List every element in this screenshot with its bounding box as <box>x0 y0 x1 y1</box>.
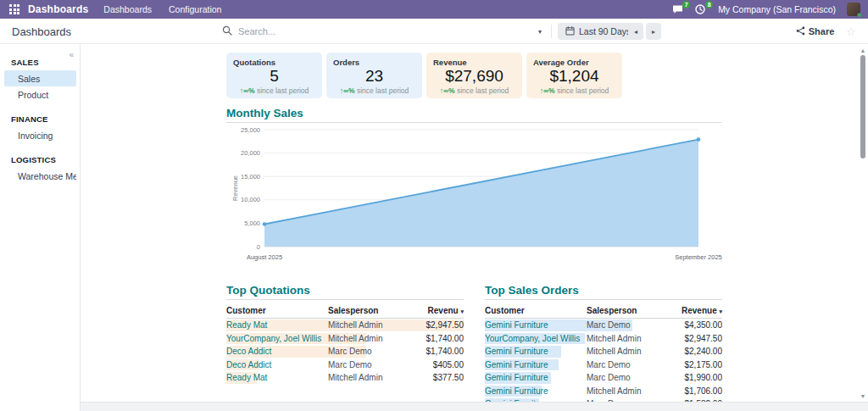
next-period-button[interactable]: ▸ <box>646 23 661 40</box>
table-row[interactable]: Gemini FurnitureMarc Demo$2,175.00 <box>485 358 722 372</box>
kpi-card-revenue: Revenue$27,690↑∞% since last period <box>426 53 522 98</box>
sidebar-section: FINANCEInvoicing <box>0 114 80 143</box>
table-header-row: CustomerSalespersonRevenue ▾ <box>485 303 722 319</box>
customer-link[interactable]: YourCompany, Joel Willis <box>485 334 587 343</box>
sort-descending-icon: ▾ <box>460 308 464 314</box>
date-filter-label: Last 90 Days <box>579 26 631 36</box>
table-row[interactable]: YourCompany, Joel WillisMitchell Admin$2… <box>485 332 722 346</box>
kpi-trend-line: ↑∞% since last period <box>533 86 615 95</box>
column-header-salesperson[interactable]: Salesperson <box>587 306 661 315</box>
customer-link[interactable]: Deco Addict <box>226 360 328 369</box>
navbar-menu: DashboardsConfiguration <box>102 3 223 16</box>
customer-link[interactable]: YourCompany, Joel Willis <box>226 334 328 343</box>
column-header-customer[interactable]: Customer <box>485 306 587 315</box>
table-top-quotations: Top QuotationsCustomerSalespersonRevenu … <box>226 284 464 411</box>
customer-link[interactable]: Ready Mat <box>226 320 328 330</box>
search-icon <box>222 24 232 39</box>
x-axis-tick: September 2025 <box>675 253 721 261</box>
revenue-amount: $1,706.00 <box>661 386 722 396</box>
customer-link[interactable]: Gemini Furniture <box>485 373 587 382</box>
column-header-customer[interactable]: Customer <box>226 306 328 315</box>
revenue-amount: $2,175.00 <box>661 360 722 369</box>
salesperson-name: Marc Demo <box>587 373 661 382</box>
revenue-amount: $4,350.00 <box>661 320 722 330</box>
table-row[interactable]: YourCompany, Joel WillisMitchell Admin$1… <box>226 332 464 346</box>
y-axis-label: Revenue <box>231 175 239 201</box>
vertical-scrollbar[interactable]: ▲ ▼ <box>858 46 868 400</box>
app-name[interactable]: Dashboards <box>28 3 88 15</box>
kpi-card-average-order: Average Order$1,204↑∞% since last period <box>526 53 622 98</box>
svg-text:25,000: 25,000 <box>241 126 260 134</box>
revenue-amount: $2,947.50 <box>403 320 464 330</box>
share-button[interactable]: Share <box>796 26 835 37</box>
divider <box>551 25 552 38</box>
company-switcher[interactable]: My Company (San Francisco) <box>718 4 836 14</box>
table-row[interactable]: Gemini FurnitureMitchell Admin$2,240.00 <box>485 345 722 358</box>
salesperson-name: Mitchell Admin <box>587 334 661 343</box>
customer-link[interactable]: Ready Mat <box>226 373 328 382</box>
kpi-value: $27,690 <box>433 67 515 86</box>
breadcrumb[interactable]: Dashboards <box>12 19 71 44</box>
sidebar-item-sales[interactable]: Sales <box>4 70 76 86</box>
column-header-revenue-sorted[interactable]: Revenue ▾ <box>661 306 722 315</box>
kpi-card-quotations: Quotations5↑∞% since last period <box>226 53 322 98</box>
search-bar: ▾ <box>219 21 548 42</box>
salesperson-name: Marc Demo <box>587 320 661 330</box>
customer-link[interactable]: Gemini Furniture <box>485 386 587 396</box>
table-row[interactable]: Deco AddictMarc Demo$405.00 <box>226 358 464 372</box>
revenue-amount: $2,947.50 <box>661 334 722 343</box>
customer-link[interactable]: Gemini Furniture <box>485 320 587 330</box>
sidebar-item-warehouse-metrics[interactable]: Warehouse Metrics <box>4 168 76 184</box>
favorite-star-icon[interactable]: ☆ <box>846 26 856 37</box>
svg-text:15,000: 15,000 <box>241 173 260 181</box>
kpi-value: 5 <box>233 67 315 86</box>
scrollbar-thumb[interactable] <box>860 55 865 158</box>
revenue-amount: $1,990.00 <box>661 373 722 382</box>
customer-link[interactable]: Gemini Furniture <box>485 347 587 356</box>
trend-up-icon: ↑∞% <box>340 86 355 95</box>
sidebar-item-invoicing[interactable]: Invoicing <box>4 127 76 143</box>
revenue-amount: $2,240.00 <box>661 347 722 356</box>
search-input[interactable] <box>238 26 530 36</box>
revenue-amount: $1,740.00 <box>403 334 464 343</box>
navbar-menu-item-dashboards[interactable]: Dashboards <box>102 3 153 16</box>
column-header-revenue-sorted[interactable]: Revenu ▾ <box>403 306 464 315</box>
table-row[interactable]: Gemini FurnitureMarc Demo$4,350.00 <box>485 319 722 332</box>
trend-up-icon: ↑∞% <box>240 86 255 95</box>
scroll-down-icon[interactable]: ▼ <box>858 393 868 400</box>
navbar-menu-item-configuration[interactable]: Configuration <box>167 3 223 16</box>
table-row[interactable]: Gemini FurnitureMarc Demo$1,990.00 <box>485 371 722 385</box>
table-row[interactable]: Deco AddictMarc Demo$1,740.00 <box>226 345 464 358</box>
apps-grid-icon[interactable] <box>8 3 21 16</box>
kpi-trend-line: ↑∞% since last period <box>333 86 415 95</box>
date-filter-button[interactable]: Last 90 Days <box>558 23 638 40</box>
customer-link[interactable]: Gemini Furniture <box>485 360 587 369</box>
x-axis-tick: August 2025 <box>247 253 282 261</box>
table-row[interactable]: Ready MatMitchell Admin$2,947.50 <box>226 319 464 332</box>
column-header-salesperson[interactable]: Salesperson <box>328 306 403 315</box>
trend-up-icon: ↑∞% <box>540 86 555 95</box>
sidebar-section-title: FINANCE <box>11 114 80 124</box>
table-row[interactable]: Ready MatMitchell Admin$377.50 <box>226 371 464 385</box>
table-row[interactable]: Gemini FurnitureMitchell Admin$1,706.00 <box>485 385 722 398</box>
user-avatar[interactable] <box>847 3 860 16</box>
customer-link[interactable]: Deco Addict <box>226 347 328 356</box>
sidebar-section-title: LOGISTICS <box>11 155 80 164</box>
revenue-amount: $377.50 <box>403 373 464 382</box>
scroll-up-icon[interactable]: ▲ <box>858 47 868 54</box>
salesperson-name: Marc Demo <box>328 360 403 369</box>
activities-badge: 8 <box>705 1 713 8</box>
trend-up-icon: ↑∞% <box>440 86 455 95</box>
share-label: Share <box>809 26 835 36</box>
messages-icon[interactable]: 7 <box>672 4 684 15</box>
calendar-icon <box>565 26 575 37</box>
kpi-label: Revenue <box>433 58 515 67</box>
kpi-trend-line: ↑∞% since last period <box>233 86 315 95</box>
sidebar-item-product[interactable]: Product <box>4 86 76 103</box>
previous-period-button[interactable]: ◂ <box>628 23 643 40</box>
activities-icon[interactable]: 8 <box>695 4 707 15</box>
table-title: Top Sales Orders <box>485 284 722 300</box>
svg-text:20,000: 20,000 <box>241 149 260 157</box>
search-dropdown-caret-icon[interactable]: ▾ <box>536 26 544 37</box>
sidebar-collapse-icon[interactable]: « <box>69 51 74 59</box>
